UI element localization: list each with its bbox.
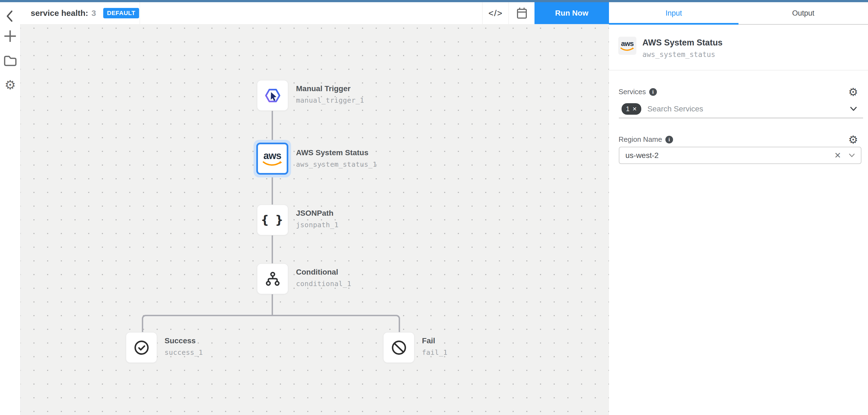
services-settings-button[interactable]: ⚙ — [847, 86, 859, 98]
panel-tab-bar: Input Output — [609, 2, 868, 25]
braces-icon: { } — [261, 213, 284, 227]
chip-remove-icon[interactable]: ✕ — [632, 106, 637, 112]
node-jsonpath[interactable]: { } — [257, 204, 288, 235]
node-aws-system-status[interactable]: aws — [253, 140, 291, 178]
node-success[interactable] — [126, 332, 157, 363]
node-id: jsonpath_1 — [296, 221, 339, 229]
gear-icon: ⚙ — [848, 87, 858, 97]
workflow-run-count: 3 — [91, 8, 96, 18]
code-icon: </> — [489, 8, 503, 18]
chevron-down-icon[interactable] — [849, 106, 858, 112]
aws-logo-icon: aws — [262, 151, 283, 167]
region-label-row: Region Name i — [619, 135, 673, 144]
node-title: AWS System Status — [296, 148, 377, 158]
panel-title: AWS System Status — [642, 38, 722, 47]
back-button[interactable] — [0, 6, 20, 26]
region-select[interactable]: us-west-2 ✕ — [619, 147, 861, 164]
info-icon[interactable]: i — [649, 88, 657, 96]
check-circle-icon — [133, 339, 150, 356]
chevron-down-icon[interactable] — [848, 153, 856, 158]
aws-smile-icon — [262, 161, 283, 167]
connector-line — [272, 111, 273, 141]
region-settings-button[interactable]: ⚙ — [847, 134, 859, 146]
node-title: Manual Trigger — [296, 84, 364, 94]
node-id: aws_system_status_1 — [296, 160, 377, 168]
add-button[interactable] — [0, 26, 20, 46]
default-badge: DEFAULT — [103, 8, 139, 18]
run-now-button[interactable]: Run Now — [534, 2, 609, 24]
top-bar: service health: 3 DEFAULT </> Run Now — [20, 2, 609, 24]
topbar-divider — [508, 2, 509, 24]
node-label: Conditional conditional_1 — [296, 267, 351, 288]
schedule-button[interactable] — [509, 2, 535, 24]
info-icon[interactable]: i — [665, 136, 673, 143]
left-sidebar: ⚙ — [0, 2, 20, 415]
panel-node-icon-tile: aws — [618, 37, 637, 55]
node-manual-trigger[interactable] — [257, 80, 288, 111]
region-value: us-west-2 — [625, 151, 834, 160]
node-label: Manual Trigger manual_trigger_1 — [296, 84, 364, 104]
tab-output-label: Output — [792, 9, 814, 18]
node-label: Success success_1 — [164, 336, 203, 356]
node-title: Success — [164, 336, 203, 346]
services-label: Services — [619, 88, 646, 96]
folder-icon — [4, 55, 17, 66]
node-id: manual_trigger_1 — [296, 96, 364, 104]
panel-divider — [609, 70, 868, 70]
cursor-hexagon-icon — [264, 87, 282, 104]
connector-line — [272, 294, 273, 316]
tab-input-label: Input — [665, 9, 682, 18]
node-id: conditional_1 — [296, 280, 351, 288]
aws-logo-text: aws — [264, 151, 281, 161]
node-label: JSONPath jsonpath_1 — [296, 208, 339, 229]
aws-smile-icon — [620, 47, 635, 52]
services-placeholder: Search Services — [647, 104, 849, 113]
selected-count-chip: 1 ✕ — [622, 103, 641, 115]
workflow-canvas[interactable]: Manual Trigger manual_trigger_1 aws AWS … — [20, 24, 609, 415]
aws-logo-text: aws — [621, 40, 633, 47]
node-fail[interactable] — [383, 332, 414, 363]
clear-icon[interactable]: ✕ — [834, 151, 841, 160]
node-title: Conditional — [296, 267, 351, 277]
node-title: JSONPath — [296, 208, 339, 218]
node-id: success_1 — [164, 349, 203, 356]
branch-connector-right — [273, 315, 400, 332]
gear-icon: ⚙ — [4, 78, 16, 91]
folder-button[interactable] — [0, 51, 20, 71]
calendar-icon — [515, 7, 528, 20]
connector-line — [272, 177, 273, 204]
active-tab-underline — [609, 23, 739, 25]
workflow-title: service health: — [31, 8, 88, 18]
branch-connector-left — [142, 315, 273, 332]
no-entry-icon — [391, 339, 407, 356]
aws-logo-icon: aws — [620, 40, 635, 52]
chip-count: 1 — [626, 105, 629, 113]
plus-icon — [4, 30, 17, 43]
tab-input[interactable]: Input — [609, 2, 739, 24]
tab-output[interactable]: Output — [739, 2, 868, 24]
topbar-divider — [482, 2, 483, 24]
node-label: Fail fail_1 — [422, 336, 447, 356]
node-conditional[interactable] — [257, 263, 288, 294]
inspector-panel: Input Output aws AWS System Status aws_s… — [609, 2, 868, 415]
chevron-left-icon — [5, 9, 16, 23]
connector-line — [272, 235, 273, 263]
workflow-title-group: service health: 3 DEFAULT — [31, 2, 139, 24]
node-aws-card: aws — [256, 142, 288, 174]
node-label: AWS System Status aws_system_status_1 — [296, 148, 377, 168]
top-accent-strip — [0, 0, 868, 2]
node-title: Fail — [422, 336, 447, 346]
services-label-row: Services i — [619, 88, 657, 96]
code-view-button[interactable]: </> — [483, 2, 508, 24]
branch-icon — [264, 271, 281, 287]
region-label: Region Name — [619, 135, 662, 144]
services-select[interactable]: 1 ✕ Search Services — [619, 100, 863, 118]
panel-subtitle: aws_system_status — [642, 51, 715, 59]
settings-button[interactable]: ⚙ — [0, 75, 20, 95]
gear-icon: ⚙ — [848, 134, 858, 145]
node-id: fail_1 — [422, 349, 447, 356]
topbar-divider — [140, 2, 140, 24]
